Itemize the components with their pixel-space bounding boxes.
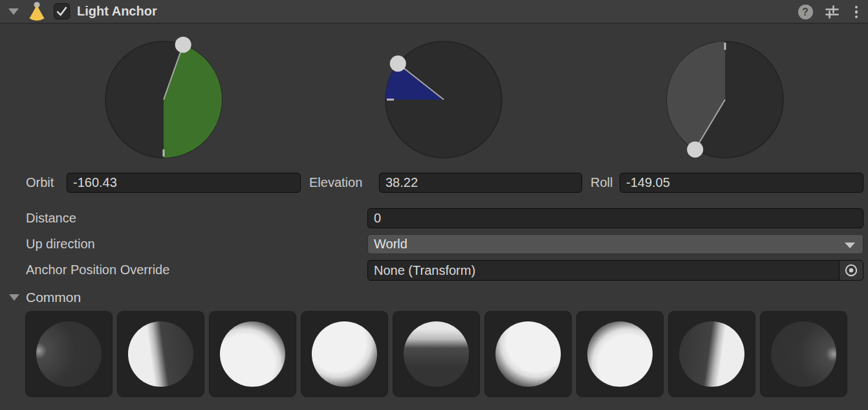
common-label: Common [26,287,81,307]
orbit-dial[interactable] [96,32,232,167]
up-direction-label: Up direction [26,234,95,254]
preset-button-rim-right[interactable] [760,311,847,397]
checkmark-icon [54,3,69,19]
help-glyph: ? [802,7,808,17]
up-direction-value: World [374,237,407,251]
preset-button-bounce-right[interactable] [576,311,664,397]
common-presets-row [25,311,847,397]
elevation-knob[interactable] [390,56,406,72]
help-icon[interactable]: ? [798,5,813,19]
component-title: Light Anchor [77,4,157,19]
spot-light-icon [27,1,47,22]
preset-sphere-bounce-right-icon [587,321,653,387]
object-picker-button[interactable] [839,261,863,280]
foldout-arrow-icon[interactable] [8,8,19,15]
roll-dial[interactable] [657,32,793,167]
preset-button-key-left[interactable] [117,311,204,397]
elevation-dial[interactable] [376,32,512,167]
header-toolbar: ? [798,0,862,24]
elevation-input[interactable] [379,173,582,193]
distance-label: Distance [26,208,76,228]
more-menu-icon[interactable] [851,5,862,20]
preset-sphere-key-top-left-icon [312,321,377,387]
common-foldout[interactable]: Common [0,287,868,307]
preset-sphere-rim-top-icon [404,321,469,387]
preset-sphere-rim-right-icon [771,321,836,387]
preset-sphere-key-left-icon [128,321,193,387]
component-header[interactable]: Light Anchor ? [0,0,868,24]
foldout-arrow-icon [9,294,19,301]
chevron-down-icon [845,243,855,248]
up-direction-dropdown[interactable]: World [367,234,863,254]
distance-input[interactable] [367,208,863,228]
preset-sphere-key-top-right-icon [495,321,561,387]
orbit-input[interactable] [67,173,301,193]
roll-label: Roll [591,173,613,193]
preset-sphere-rim-left-icon [36,321,102,387]
preset-sphere-key-right-icon [679,321,744,387]
anchor-position-override-field[interactable]: None (Transform) [367,260,863,281]
preset-button-rim-top[interactable] [393,311,480,397]
preset-button-key-top-right[interactable] [484,311,572,397]
enabled-checkbox[interactable] [54,3,70,19]
presets-icon[interactable] [824,4,840,20]
preset-button-key-right[interactable] [668,311,755,397]
orbit-knob[interactable] [175,37,191,53]
roll-knob[interactable] [687,142,703,158]
orbit-label: Orbit [26,173,54,193]
object-picker-icon [843,263,859,278]
preset-button-rim-left[interactable] [25,311,113,397]
preset-button-bounce-left[interactable] [209,311,296,397]
roll-input[interactable] [620,173,863,193]
anchor-position-override-value: None (Transform) [374,263,475,277]
anchor-position-override-label: Anchor Position Override [26,260,169,280]
elevation-label: Elevation [309,173,362,193]
preset-button-key-top-left[interactable] [301,311,388,397]
preset-sphere-bounce-left-icon [220,321,285,387]
